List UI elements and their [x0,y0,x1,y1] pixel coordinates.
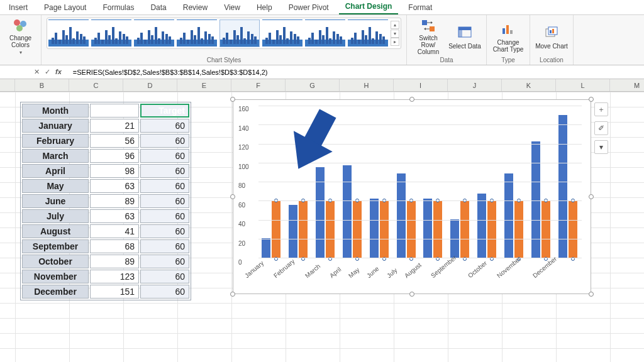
data-table[interactable]: Month Sales Target January2160February56… [20,102,191,300]
cell-target[interactable]: 60 [140,255,189,268]
bar-group[interactable] [504,106,525,258]
cell-target[interactable]: 60 [140,285,189,299]
table-row[interactable]: October8960 [22,255,189,268]
change-colors-button[interactable]: Change Colors ▾ [5,18,36,55]
column-headers[interactable]: BCDEFGHIJKLM [0,79,644,92]
table-row[interactable]: May6360 [22,179,189,193]
table-row[interactable]: August4160 [22,224,189,238]
style-thumb-2[interactable] [91,19,131,47]
col-header[interactable]: I [394,79,448,91]
chart-filters-button[interactable]: ▾ [594,140,608,154]
cell-sales[interactable]: 96 [90,149,139,163]
cell-target[interactable]: 60 [140,179,189,193]
col-header[interactable]: J [448,79,502,91]
tab-chart-design[interactable]: Chart Design [339,0,399,14]
cell-target[interactable]: 60 [140,164,189,178]
cell-month[interactable]: January [22,119,89,133]
bar-target[interactable] [380,201,389,258]
bar-target[interactable] [272,201,280,258]
cell-target[interactable]: 60 [140,224,189,238]
style-thumb-1[interactable] [48,19,89,47]
tab-review[interactable]: Review [177,1,214,14]
bar-target[interactable] [407,201,416,258]
style-thumb-6[interactable] [262,19,303,47]
table-row[interactable]: September6860 [22,239,189,253]
cell-sales[interactable]: 89 [90,194,139,208]
tab-data[interactable]: Data [144,1,172,14]
col-header[interactable] [0,79,15,91]
bar-target[interactable] [326,201,335,258]
table-row[interactable]: November12360 [22,270,189,283]
bar-target[interactable] [433,201,442,258]
bar-sales[interactable] [262,238,270,258]
bar-sales[interactable] [558,115,567,258]
style-thumb-3[interactable] [134,19,174,47]
cell-month[interactable]: March [22,149,89,163]
tab-format[interactable]: Format [402,1,438,14]
col-header[interactable]: H [340,79,394,91]
bar-group[interactable] [531,106,552,258]
style-thumb-5[interactable] [219,19,260,47]
bar-sales[interactable] [477,194,486,258]
bar-target[interactable] [353,201,362,258]
cell-target[interactable]: 60 [140,209,189,223]
bar-group[interactable] [477,106,497,258]
gallery-arrow[interactable]: ▾ [391,30,399,38]
chart-styles-gallery[interactable]: ▴▾▸ [47,18,401,49]
cells-area[interactable]: Month Sales Target January2160February56… [0,92,644,362]
cell-month[interactable]: April [22,164,89,178]
cell-month[interactable]: February [22,134,89,148]
tab-insert[interactable]: Insert [3,1,34,14]
switch-row-col-button[interactable]: Switch Row/ Column [412,18,445,55]
bar-target[interactable] [569,201,577,258]
cell-sales[interactable]: 41 [90,224,139,238]
header-target[interactable]: Target [140,104,189,118]
tab-page-layout[interactable]: Page Layout [38,1,92,14]
bar-sales[interactable] [289,205,297,258]
table-row[interactable]: January2160 [22,119,189,133]
bar-sales[interactable] [531,141,540,258]
col-header[interactable]: C [69,79,123,91]
col-header[interactable]: E [177,79,231,91]
cell-month[interactable]: November [22,270,89,283]
cell-sales[interactable]: 98 [90,164,139,178]
bar-sales[interactable] [423,199,432,258]
style-thumb-4[interactable] [177,19,217,47]
change-chart-type-button[interactable]: Change Chart Type [492,18,525,55]
cell-sales[interactable]: 123 [90,270,139,283]
cell-month[interactable]: July [22,209,89,223]
cell-sales[interactable]: 21 [90,119,139,133]
cell-month[interactable]: August [22,224,89,238]
cell-target[interactable]: 60 [140,119,189,133]
cell-target[interactable]: 60 [140,239,189,253]
bar-sales[interactable] [504,173,513,258]
cell-target[interactable]: 60 [140,194,189,208]
col-header[interactable]: B [15,79,69,91]
header-sales[interactable]: Sales [90,104,139,118]
cell-sales[interactable]: 63 [90,209,139,223]
cancel-icon[interactable]: ✕ [34,68,40,76]
style-thumb-8[interactable] [348,19,388,47]
bar-sales[interactable] [370,199,379,258]
enter-icon[interactable]: ✓ [45,68,50,76]
bar-target[interactable] [460,201,469,258]
table-row[interactable]: June8960 [22,194,189,208]
cell-month[interactable]: October [22,255,89,268]
bar-target[interactable] [541,201,550,258]
fx-icon[interactable]: fx [55,68,65,76]
col-header[interactable]: D [123,79,177,91]
table-row[interactable]: December15160 [22,285,189,299]
chart-elements-button[interactable]: ＋ [594,102,608,116]
cell-month[interactable]: June [22,194,89,208]
cell-month[interactable]: December [22,285,89,299]
bar-target[interactable] [487,201,496,258]
cell-month[interactable]: May [22,179,89,193]
col-header[interactable]: G [286,79,340,91]
worksheet-grid[interactable]: BCDEFGHIJKLM Month Sales Target January2… [0,79,644,362]
formula-input[interactable] [70,67,644,77]
tab-view[interactable]: View [218,1,247,14]
cell-sales[interactable]: 56 [90,134,139,148]
style-thumb-7[interactable] [305,19,345,47]
cell-target[interactable]: 60 [140,270,189,283]
table-row[interactable]: April9860 [22,164,189,178]
